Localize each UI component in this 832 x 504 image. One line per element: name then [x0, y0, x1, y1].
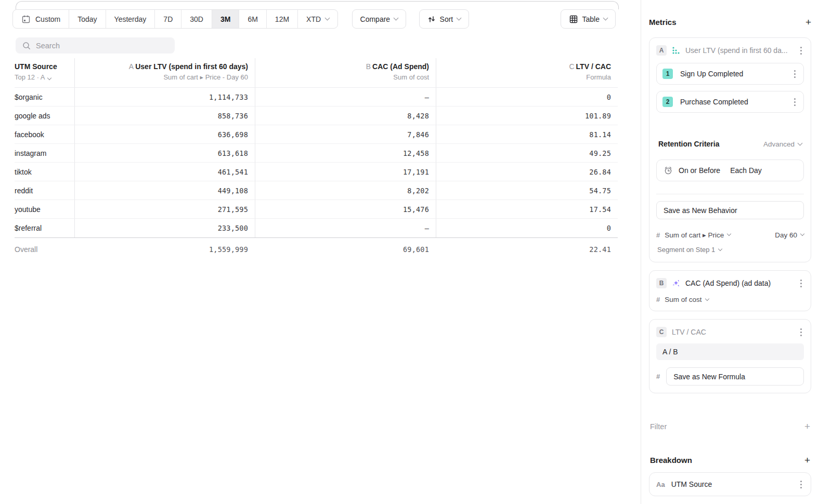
save-as-new-behavior-button[interactable]: Save as New Behavior	[656, 201, 804, 219]
segment-row: Segment on Step 1	[656, 246, 804, 254]
cell-value: –	[425, 224, 429, 232]
aggregate-label: Sum of cart ▸ Price	[665, 231, 724, 239]
table-row: $organic 1,114,733 – 0	[15, 88, 618, 107]
cell-value: 0	[607, 224, 611, 232]
aggregate-property-dropdown[interactable]: Sum of cart ▸ Price	[665, 231, 731, 239]
add-metric-button[interactable]: +	[805, 17, 811, 27]
cell-value: 8,202	[407, 187, 429, 195]
column-header-a[interactable]: AUser LTV (spend in first 60 days) Sum o…	[74, 58, 255, 87]
step-1-card[interactable]: 1 Sign Up Completed	[656, 63, 804, 85]
overall-value: 1,559,999	[209, 245, 248, 254]
metric-b-header[interactable]: B CAC (Ad Spend) (ad data)	[656, 277, 804, 289]
column-letter: C	[569, 62, 574, 71]
retention-unit-dropdown[interactable]: Each Day	[730, 166, 762, 175]
chevron-down-icon	[47, 76, 51, 80]
add-breakdown-button[interactable]: +	[804, 455, 810, 465]
step-label: Purchase Completed	[680, 98, 792, 106]
compare-button[interactable]: Compare	[352, 9, 407, 29]
number-type-icon: #	[656, 231, 660, 239]
table-overall-row: Overall 1,559,999 69,601 22.41	[15, 238, 618, 260]
cell-value: 0	[607, 93, 611, 101]
row-header-title: UTM Source	[15, 61, 74, 72]
row-label: youtube	[15, 205, 41, 214]
sum-of-cost-dropdown[interactable]: Sum of cost	[665, 296, 708, 303]
table-label: Table	[582, 15, 600, 23]
segment-label: Segment on Step 1	[657, 246, 715, 254]
date-range-yesterday[interactable]: Yesterday	[106, 10, 155, 28]
step-number-badge: 1	[662, 69, 673, 79]
step-2-card[interactable]: 2 Purchase Completed	[656, 91, 804, 113]
breakdown-section: Breakdown +	[649, 455, 811, 465]
table-row: tiktok 461,541 17,191 26.84	[15, 163, 618, 181]
date-range-3m-selected[interactable]: 3M	[212, 10, 239, 28]
cell-value: –	[425, 93, 429, 101]
advanced-dropdown[interactable]: Advanced	[763, 140, 802, 148]
date-range-12m[interactable]: 12M	[267, 10, 298, 28]
chevron-down-icon	[705, 296, 709, 300]
cell-value: 271,595	[218, 205, 248, 214]
kebab-menu-icon[interactable]	[798, 45, 804, 56]
column-title: User LTV (spend in first 60 days)	[135, 62, 248, 71]
retention-condition-card[interactable]: On or Before Each Day	[656, 160, 804, 181]
sort-button[interactable]: Sort	[419, 9, 470, 29]
date-range-label: 7D	[163, 15, 173, 23]
kebab-menu-icon[interactable]	[792, 69, 798, 79]
chevron-down-icon	[798, 140, 803, 145]
date-range-30d[interactable]: 30D	[181, 10, 212, 28]
add-filter-button[interactable]: +	[804, 421, 810, 431]
table-row: facebook 636,698 7,846 81.14	[15, 125, 618, 144]
row-label: $referral	[15, 224, 42, 232]
breakdown-label: UTM Source	[671, 480, 798, 488]
save-as-new-formula-button[interactable]: Save as New Formula	[666, 367, 804, 386]
kebab-menu-icon[interactable]	[798, 278, 804, 289]
metrics-panel: Metrics + A User LTV (spend in first 60 …	[641, 0, 832, 504]
chart-type-table-button[interactable]: Table	[561, 9, 616, 29]
cell-value: 7,846	[407, 130, 429, 139]
metric-a-header[interactable]: A User LTV (spend in first 60 da...	[656, 44, 804, 57]
date-range-7d[interactable]: 7D	[155, 10, 181, 28]
column-header-c[interactable]: CLTV / CAC Formula	[436, 58, 618, 87]
date-range-xtd[interactable]: XTD	[298, 10, 337, 28]
date-range-custom[interactable]: Custom	[13, 10, 69, 28]
kebab-menu-icon[interactable]	[792, 97, 798, 108]
column-header-utm-source[interactable]: UTM Source Top 12 · A	[15, 58, 74, 87]
date-range-label: XTD	[306, 15, 321, 23]
kebab-menu-icon[interactable]	[798, 479, 804, 490]
cell-value: 49.25	[589, 149, 611, 157]
column-header-b[interactable]: BCAC (Ad Spend) Sum of cost	[255, 58, 436, 87]
sort-label: Sort	[440, 15, 453, 23]
step-number-badge: 2	[662, 97, 673, 107]
window-dropdown[interactable]: Day 60	[775, 231, 804, 239]
chevron-down-icon	[394, 16, 399, 21]
number-type-icon: #	[656, 296, 660, 303]
formula-input[interactable]: A / B	[656, 343, 804, 360]
date-range-label: 6M	[248, 15, 257, 23]
metric-card-a: A User LTV (spend in first 60 da... 1 Si…	[649, 37, 811, 262]
cell-value: 12,458	[403, 149, 429, 157]
retention-criteria-row: Retention Criteria Advanced	[656, 140, 804, 148]
advanced-label: Advanced	[763, 140, 795, 148]
date-range-label: Today	[77, 15, 97, 23]
segment-on-step-dropdown[interactable]: Segment on Step 1	[657, 246, 804, 254]
row-label: google ads	[15, 112, 50, 120]
chevron-down-icon	[727, 232, 731, 236]
save-formula-label: Save as New Formula	[673, 373, 745, 381]
alarm-clock-icon	[664, 166, 673, 175]
date-range-today[interactable]: Today	[69, 10, 106, 28]
chevron-down-icon	[718, 246, 722, 250]
breakdown-utm-source-card[interactable]: Aa UTM Source	[649, 472, 811, 496]
overall-value: 69,601	[403, 245, 429, 254]
kebab-menu-icon[interactable]	[798, 327, 804, 338]
date-range-6m[interactable]: 6M	[239, 10, 266, 28]
search-input[interactable]	[36, 42, 168, 50]
cell-value: 54.75	[589, 187, 611, 195]
row-header-dropdown[interactable]: Top 12 · A	[15, 72, 74, 83]
cell-value: 15,476	[403, 205, 429, 214]
column-subtitle: Formula	[436, 72, 611, 83]
table-row: instagram 613,618 12,458 49.25	[15, 144, 618, 163]
step-label: Sign Up Completed	[680, 70, 792, 78]
aggregate-label: Sum of cost	[665, 296, 701, 303]
metric-c-header[interactable]: C LTV / CAC	[656, 326, 804, 338]
search-bar	[16, 37, 175, 54]
overall-label: Overall	[15, 245, 37, 254]
